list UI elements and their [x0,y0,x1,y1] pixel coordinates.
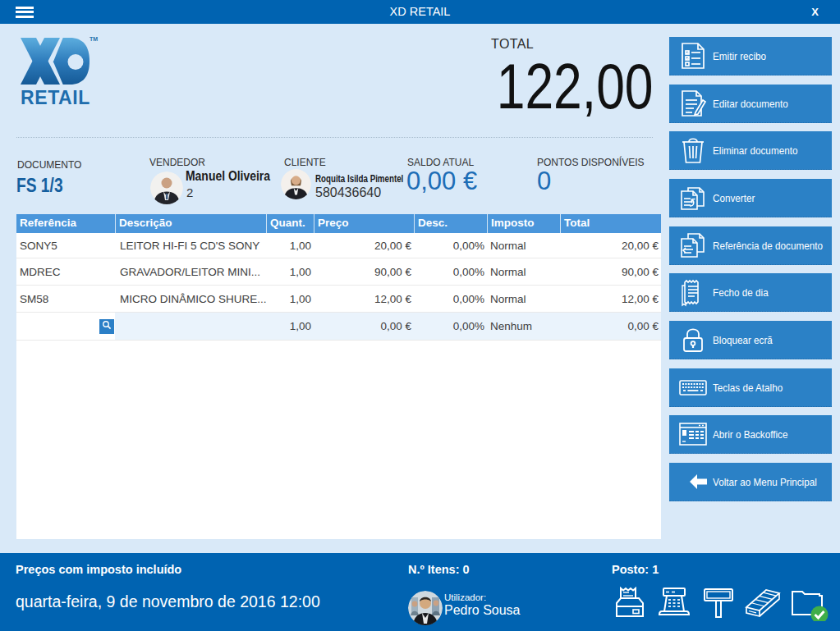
cell-quant: 1,00 [266,258,314,285]
teclas-de-atalho-button[interactable]: Teclas de Atalho [669,368,832,407]
table-row[interactable]: MDREC GRAVADOR/LEITOR MINI... 1,00 90,00… [16,258,661,286]
bloquear-ecra-button[interactable]: Bloquear ecrã [669,321,832,359]
button-label: Voltar ao Menu Principal [713,463,817,501]
cell-tax: Nenhum [487,313,560,340]
referencia-documento-button[interactable]: Referência de documento [669,226,832,265]
fecho-de-dia-button[interactable]: Fecho de dia [669,273,832,312]
vendedor-code: 2 [186,185,193,199]
cell-price: 12,00 € [314,286,414,312]
cell-price: 90,00 € [314,258,414,285]
cell-ref: SM58 [16,286,115,312]
reference-input[interactable] [16,313,115,340]
dotted-separator [16,137,653,138]
col-header-imposto[interactable]: Imposto [487,214,560,233]
voltar-menu-principal-button[interactable]: Voltar ao Menu Principal [669,463,832,501]
user-label: Utilizador: [444,592,486,602]
user-name: Pedro Sousa [444,603,521,618]
cliente-label: CLIENTE [284,157,326,168]
cliente-avatar[interactable] [281,169,311,199]
back-arrow-icon [686,469,710,494]
xd-logo-icon [21,38,90,85]
cell-disc: 0,00% [414,233,487,258]
button-label: Abrir o Backoffice [713,415,787,454]
title-bar: XD RETAIL X [0,0,840,24]
cell-desc: LEITOR HI-FI 5 CD'S SONY [115,233,266,258]
xd-retail-logo: TM RETAIL [20,36,122,112]
items-grid: Referência Descrição Quant. Preço Desc. … [16,214,661,539]
keyboard-icon [678,373,708,402]
col-header-quant[interactable]: Quant. [266,214,314,233]
documents-convert-icon [678,183,708,213]
search-article-button[interactable] [99,319,114,334]
logo-tm: TM [90,36,98,42]
cell-price: 0,00 € [314,313,414,340]
button-label: Converter [713,179,755,217]
items-count: N.º Itens: 0 [408,563,470,576]
search-icon [102,320,112,330]
converter-button[interactable]: Converter [669,179,832,217]
button-label: Eliminar documento [713,131,797,170]
cell-price: 20,00 € [314,233,414,258]
button-label: Teclas de Atalho [713,368,783,407]
cell-tax: Normal [487,233,560,258]
total-value: 122,00 [497,54,654,118]
user-avatar[interactable] [408,591,443,625]
abrir-backoffice-button[interactable]: Abrir o Backoffice [669,415,832,454]
col-header-desc[interactable]: Desc. [414,214,487,233]
folder-ok-icon[interactable] [788,583,826,621]
price-mode-text: Preços com imposto incluído [16,563,181,576]
cell-ref: SONY5 [16,233,115,258]
cell-tax: Normal [487,286,560,312]
cash-drawer-icon[interactable] [744,583,782,621]
pontos-value: 0 [537,167,551,196]
col-header-referencia[interactable]: Referência [16,214,115,233]
button-label: Emitir recibo [713,37,766,75]
button-label: Fecho de dia [713,273,769,312]
editar-documento-button[interactable]: Editar documento [669,85,832,123]
entry-row: 1,00 0,00 € 0,00% Nenhum 0,00 € [16,313,661,341]
documento-value: FS 1/3 [16,174,63,197]
app-title: XD RETAIL [0,0,840,24]
cell-total: 0,00 € [560,313,661,340]
cell-desc: MICRO DINÂMICO SHURE... [115,286,266,312]
close-button[interactable]: X [811,0,819,24]
posto-label: Posto: 1 [612,563,659,576]
button-label: Referência de documento [713,226,823,265]
pontos-label: PONTOS DISPONÍVEIS [537,157,644,168]
grid-header: Referência Descrição Quant. Preço Desc. … [16,214,661,233]
vendedor-avatar[interactable] [150,171,183,204]
cell-disc: 0,00% [414,258,487,285]
cell-tax: Normal [487,258,560,285]
cash-register-icon[interactable] [655,583,693,621]
cell-quant: 1,00 [266,286,314,312]
backoffice-window-icon [678,419,708,449]
receipt-checklist-icon [678,41,708,71]
eliminar-documento-button[interactable]: Eliminar documento [669,131,832,170]
table-row[interactable]: SM58 MICRO DINÂMICO SHURE... 1,00 12,00 … [16,286,661,313]
date-text: quarta-feira, 9 de novembro de 2016 12:0… [16,592,320,611]
cell-disc: 0,00% [414,313,487,340]
vendedor-label: VENDEDOR [149,157,205,168]
customer-display-icon[interactable] [700,583,737,621]
button-label: Editar documento [713,85,788,123]
cell-desc [115,313,266,340]
emitir-recibo-button[interactable]: Emitir recibo [669,37,832,75]
logo-retail-text: RETAIL [21,87,90,109]
vendedor-name: Manuel Oliveira [186,168,270,185]
col-header-descricao[interactable]: Descrição [115,214,266,233]
cliente-code: 580436640 [315,185,381,200]
document-pencil-icon [678,89,708,118]
col-header-total[interactable]: Total [560,214,661,233]
saldo-value: 0,00 € [406,167,477,196]
trash-icon [678,135,708,165]
col-header-preco[interactable]: Preço [314,214,414,233]
documento-label: DOCUMENTO [17,159,81,171]
cell-quant: 1,00 [266,313,314,340]
receipt-printer-icon[interactable] [611,583,649,621]
table-row[interactable]: SONY5 LEITOR HI-FI 5 CD'S SONY 1,00 20,0… [16,233,661,258]
cell-total: 20,00 € [560,233,661,258]
cell-desc: GRAVADOR/LEITOR MINI... [115,258,266,285]
cell-total: 12,00 € [560,286,661,312]
cliente-name: Roquita Isilda Pimentel [315,173,403,185]
button-label: Bloquear ecrã [713,321,773,359]
